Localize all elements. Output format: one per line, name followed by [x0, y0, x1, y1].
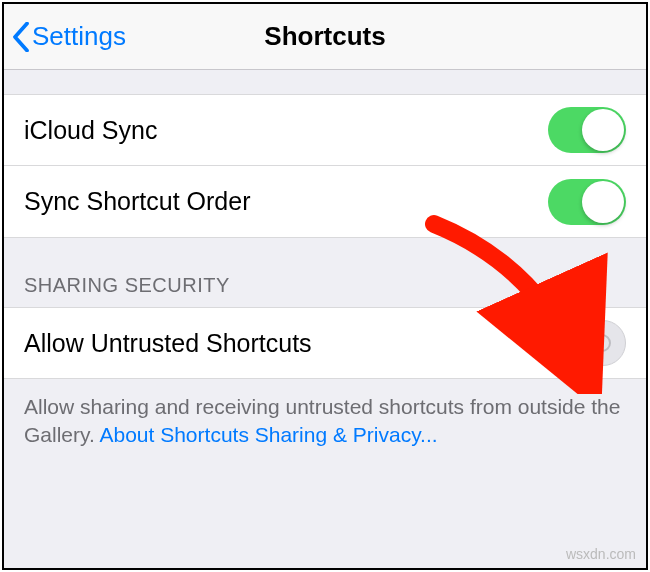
cell-label: Allow Untrusted Shortcuts	[24, 329, 312, 358]
back-label: Settings	[32, 21, 126, 52]
navbar: Settings Shortcuts	[4, 4, 646, 70]
cell-label: Sync Shortcut Order	[24, 187, 250, 216]
chevron-left-icon	[12, 22, 30, 52]
footer-description: Allow sharing and receiving untrusted sh…	[4, 379, 646, 470]
cell-sync-order: Sync Shortcut Order	[4, 166, 646, 238]
toggle-knob	[582, 109, 624, 151]
back-button[interactable]: Settings	[4, 21, 126, 52]
toggle-knob	[582, 181, 624, 223]
section-header-sharing-security: SHARING SECURITY	[4, 238, 646, 307]
cell-label: iCloud Sync	[24, 116, 157, 145]
toggle-sync-order[interactable]	[548, 179, 626, 225]
toggle-allow-untrusted[interactable]	[548, 320, 626, 366]
about-sharing-privacy-link[interactable]: About Shortcuts Sharing & Privacy...	[99, 423, 437, 446]
toggle-icloud-sync[interactable]	[548, 107, 626, 153]
watermark: wsxdn.com	[566, 546, 636, 562]
cell-allow-untrusted: Allow Untrusted Shortcuts	[4, 307, 646, 379]
toggle-knob	[551, 323, 593, 365]
cell-icloud-sync: iCloud Sync	[4, 94, 646, 166]
